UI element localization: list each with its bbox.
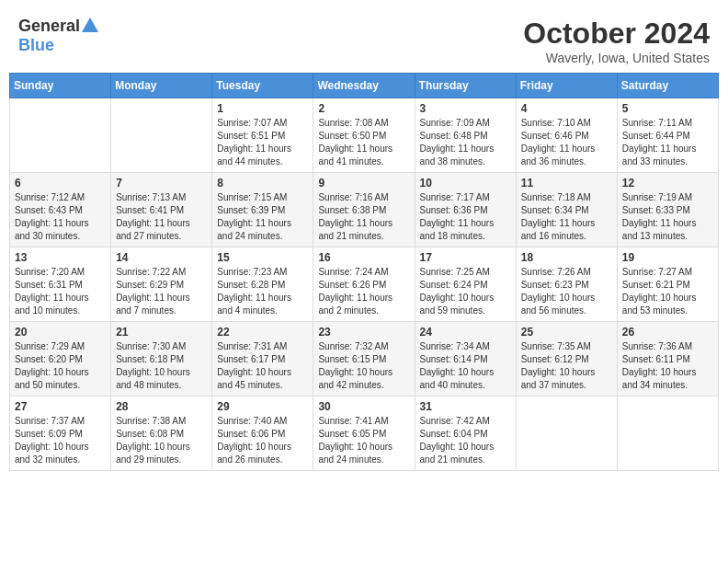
calendar-cell xyxy=(10,98,111,173)
calendar-cell: 1Sunrise: 7:07 AM Sunset: 6:51 PM Daylig… xyxy=(212,98,313,173)
calendar-cell xyxy=(516,396,617,471)
day-number: 13 xyxy=(15,251,106,264)
day-info: Sunrise: 7:24 AM Sunset: 6:26 PM Dayligh… xyxy=(318,266,409,317)
calendar-cell: 26Sunrise: 7:36 AM Sunset: 6:11 PM Dayli… xyxy=(617,322,718,396)
header: General Blue October 2024 Waverly, Iowa,… xyxy=(9,9,719,69)
weekday-header-monday: Monday xyxy=(111,74,212,98)
logo: General Blue xyxy=(18,17,98,55)
calendar-cell: 31Sunrise: 7:42 AM Sunset: 6:04 PM Dayli… xyxy=(415,396,516,471)
day-info: Sunrise: 7:10 AM Sunset: 6:46 PM Dayligh… xyxy=(521,117,612,168)
calendar-cell: 20Sunrise: 7:29 AM Sunset: 6:20 PM Dayli… xyxy=(10,322,111,396)
weekday-header-saturday: Saturday xyxy=(617,74,718,98)
calendar-cell: 6Sunrise: 7:12 AM Sunset: 6:43 PM Daylig… xyxy=(10,173,111,247)
day-number: 1 xyxy=(217,102,308,115)
day-number: 2 xyxy=(318,102,409,115)
day-info: Sunrise: 7:37 AM Sunset: 6:09 PM Dayligh… xyxy=(15,415,106,466)
day-info: Sunrise: 7:20 AM Sunset: 6:31 PM Dayligh… xyxy=(15,266,106,317)
calendar-body: 1Sunrise: 7:07 AM Sunset: 6:51 PM Daylig… xyxy=(10,98,719,471)
day-info: Sunrise: 7:31 AM Sunset: 6:17 PM Dayligh… xyxy=(217,340,308,392)
week-row-2: 6Sunrise: 7:12 AM Sunset: 6:43 PM Daylig… xyxy=(10,173,719,247)
day-info: Sunrise: 7:17 AM Sunset: 6:36 PM Dayligh… xyxy=(420,191,511,243)
calendar-cell: 8Sunrise: 7:15 AM Sunset: 6:39 PM Daylig… xyxy=(212,173,313,247)
day-number: 6 xyxy=(15,177,106,190)
calendar-cell xyxy=(111,98,212,173)
svg-marker-0 xyxy=(82,17,98,32)
calendar-cell: 16Sunrise: 7:24 AM Sunset: 6:26 PM Dayli… xyxy=(313,247,415,322)
calendar-cell: 12Sunrise: 7:19 AM Sunset: 6:33 PM Dayli… xyxy=(617,173,718,247)
calendar-cell: 18Sunrise: 7:26 AM Sunset: 6:23 PM Dayli… xyxy=(516,247,617,322)
calendar-cell: 25Sunrise: 7:35 AM Sunset: 6:12 PM Dayli… xyxy=(516,322,617,396)
day-number: 29 xyxy=(217,400,308,413)
calendar-cell: 19Sunrise: 7:27 AM Sunset: 6:21 PM Dayli… xyxy=(617,247,718,322)
day-info: Sunrise: 7:32 AM Sunset: 6:15 PM Dayligh… xyxy=(318,340,409,392)
day-info: Sunrise: 7:36 AM Sunset: 6:11 PM Dayligh… xyxy=(622,340,713,392)
logo-general: General xyxy=(18,17,80,36)
day-info: Sunrise: 7:08 AM Sunset: 6:50 PM Dayligh… xyxy=(318,117,409,168)
day-number: 4 xyxy=(521,102,612,115)
day-number: 19 xyxy=(622,251,713,264)
day-info: Sunrise: 7:34 AM Sunset: 6:14 PM Dayligh… xyxy=(420,340,511,392)
calendar-cell: 28Sunrise: 7:38 AM Sunset: 6:08 PM Dayli… xyxy=(111,396,212,471)
day-info: Sunrise: 7:16 AM Sunset: 6:38 PM Dayligh… xyxy=(318,191,409,243)
calendar-cell: 21Sunrise: 7:30 AM Sunset: 6:18 PM Dayli… xyxy=(111,322,212,396)
day-info: Sunrise: 7:25 AM Sunset: 6:24 PM Dayligh… xyxy=(420,266,511,317)
calendar-cell: 14Sunrise: 7:22 AM Sunset: 6:29 PM Dayli… xyxy=(111,247,212,322)
calendar-cell: 3Sunrise: 7:09 AM Sunset: 6:48 PM Daylig… xyxy=(415,98,516,173)
day-number: 24 xyxy=(420,326,511,339)
day-number: 12 xyxy=(622,177,713,190)
location-title: Waverly, Iowa, United States xyxy=(523,51,710,65)
day-number: 31 xyxy=(420,400,511,413)
week-row-3: 13Sunrise: 7:20 AM Sunset: 6:31 PM Dayli… xyxy=(10,247,719,322)
day-number: 18 xyxy=(521,251,612,264)
day-number: 5 xyxy=(622,102,713,115)
day-info: Sunrise: 7:18 AM Sunset: 6:34 PM Dayligh… xyxy=(521,191,612,243)
weekday-header-wednesday: Wednesday xyxy=(313,74,415,98)
calendar-cell: 23Sunrise: 7:32 AM Sunset: 6:15 PM Dayli… xyxy=(313,322,415,396)
calendar-cell: 11Sunrise: 7:18 AM Sunset: 6:34 PM Dayli… xyxy=(516,173,617,247)
weekday-header-thursday: Thursday xyxy=(415,74,516,98)
day-info: Sunrise: 7:22 AM Sunset: 6:29 PM Dayligh… xyxy=(116,266,207,317)
day-number: 26 xyxy=(622,326,713,339)
calendar-cell: 29Sunrise: 7:40 AM Sunset: 6:06 PM Dayli… xyxy=(212,396,313,471)
calendar-cell: 24Sunrise: 7:34 AM Sunset: 6:14 PM Dayli… xyxy=(415,322,516,396)
weekday-header-friday: Friday xyxy=(516,74,617,98)
calendar-cell: 22Sunrise: 7:31 AM Sunset: 6:17 PM Dayli… xyxy=(212,322,313,396)
day-info: Sunrise: 7:35 AM Sunset: 6:12 PM Dayligh… xyxy=(521,340,612,392)
day-info: Sunrise: 7:30 AM Sunset: 6:18 PM Dayligh… xyxy=(116,340,207,392)
calendar-cell: 15Sunrise: 7:23 AM Sunset: 6:28 PM Dayli… xyxy=(212,247,313,322)
week-row-5: 27Sunrise: 7:37 AM Sunset: 6:09 PM Dayli… xyxy=(10,396,719,471)
day-number: 30 xyxy=(318,400,409,413)
day-number: 25 xyxy=(521,326,612,339)
day-number: 15 xyxy=(217,251,308,264)
logo-triangle-icon xyxy=(82,17,98,32)
day-number: 23 xyxy=(318,326,409,339)
day-number: 17 xyxy=(420,251,511,264)
logo-blue: Blue xyxy=(18,36,54,54)
weekday-header-sunday: Sunday xyxy=(10,74,111,98)
month-title: October 2024 xyxy=(523,17,710,51)
title-area: October 2024 Waverly, Iowa, United State… xyxy=(523,17,710,65)
calendar-cell: 5Sunrise: 7:11 AM Sunset: 6:44 PM Daylig… xyxy=(617,98,718,173)
calendar-cell: 30Sunrise: 7:41 AM Sunset: 6:05 PM Dayli… xyxy=(313,396,415,471)
calendar-cell: 13Sunrise: 7:20 AM Sunset: 6:31 PM Dayli… xyxy=(10,247,111,322)
day-info: Sunrise: 7:09 AM Sunset: 6:48 PM Dayligh… xyxy=(420,117,511,168)
calendar-cell: 2Sunrise: 7:08 AM Sunset: 6:50 PM Daylig… xyxy=(313,98,415,173)
day-number: 16 xyxy=(318,251,409,264)
day-number: 28 xyxy=(116,400,207,413)
calendar-cell: 7Sunrise: 7:13 AM Sunset: 6:41 PM Daylig… xyxy=(111,173,212,247)
day-info: Sunrise: 7:19 AM Sunset: 6:33 PM Dayligh… xyxy=(622,191,713,243)
calendar-cell xyxy=(617,396,718,471)
calendar-cell: 9Sunrise: 7:16 AM Sunset: 6:38 PM Daylig… xyxy=(313,173,415,247)
day-info: Sunrise: 7:11 AM Sunset: 6:44 PM Dayligh… xyxy=(622,117,713,168)
calendar-cell: 17Sunrise: 7:25 AM Sunset: 6:24 PM Dayli… xyxy=(415,247,516,322)
day-info: Sunrise: 7:40 AM Sunset: 6:06 PM Dayligh… xyxy=(217,415,308,466)
weekday-header-row: SundayMondayTuesdayWednesdayThursdayFrid… xyxy=(10,74,719,98)
day-number: 7 xyxy=(116,177,207,190)
calendar-cell: 4Sunrise: 7:10 AM Sunset: 6:46 PM Daylig… xyxy=(516,98,617,173)
day-info: Sunrise: 7:13 AM Sunset: 6:41 PM Dayligh… xyxy=(116,191,207,243)
day-number: 8 xyxy=(217,177,308,190)
day-info: Sunrise: 7:23 AM Sunset: 6:28 PM Dayligh… xyxy=(217,266,308,317)
calendar-cell: 27Sunrise: 7:37 AM Sunset: 6:09 PM Dayli… xyxy=(10,396,111,471)
day-number: 20 xyxy=(15,326,106,339)
day-number: 14 xyxy=(116,251,207,264)
